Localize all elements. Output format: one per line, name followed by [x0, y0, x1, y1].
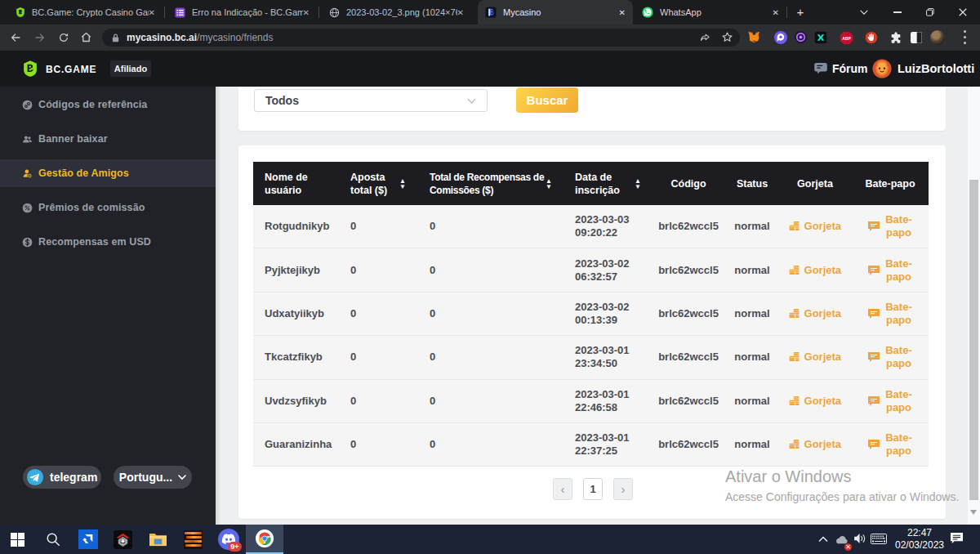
svg-text:ABP: ABP	[842, 37, 851, 41]
